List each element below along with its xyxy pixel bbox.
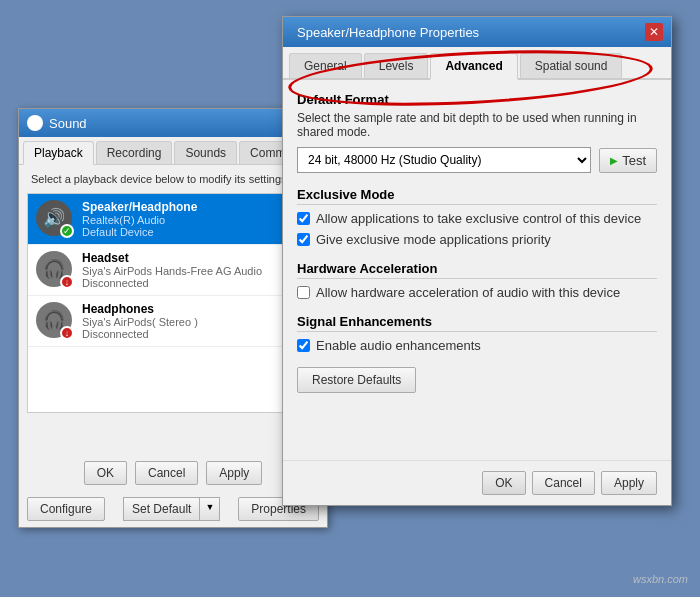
device-info-headphones: Headphones Siya's AirPods( Stereo ) Disc… — [82, 302, 198, 340]
status-badge-disconnected-headset: ↓ — [60, 275, 74, 289]
allow-exclusive-row: Allow applications to take exclusive con… — [297, 211, 657, 226]
close-button[interactable]: ✕ — [645, 23, 663, 41]
default-format-section: Default Format Select the sample rate an… — [297, 92, 657, 173]
sound-dialog-titlebar: Sound — [19, 109, 327, 137]
signal-enhancements-checkbox[interactable] — [297, 339, 310, 352]
test-label: Test — [622, 153, 646, 168]
device-info-headset: Headset Siya's AirPods Hands-Free AG Aud… — [82, 251, 262, 289]
signal-enhancements-header: Signal Enhancements — [297, 314, 657, 332]
allow-exclusive-checkbox[interactable] — [297, 212, 310, 225]
props-apply-button[interactable]: Apply — [601, 471, 657, 495]
exclusive-mode-section: Exclusive Mode Allow applications to tak… — [297, 187, 657, 247]
status-badge-ok: ✓ — [60, 224, 74, 238]
hardware-accel-header: Hardware Acceleration — [297, 261, 657, 279]
hardware-accel-label: Allow hardware acceleration of audio wit… — [316, 285, 620, 300]
props-ok-button[interactable]: OK — [482, 471, 525, 495]
device-info-speaker: Speaker/Headphone Realtek(R) Audio Defau… — [82, 200, 197, 238]
set-default-arrow[interactable]: ▼ — [199, 497, 220, 521]
device-icon-wrap-speaker: 🔊 ✓ — [36, 200, 74, 238]
sound-ok-button[interactable]: OK — [84, 461, 127, 485]
restore-defaults-button[interactable]: Restore Defaults — [297, 367, 416, 393]
play-icon: ▶ — [610, 155, 618, 166]
props-body: Default Format Select the sample rate an… — [283, 80, 671, 405]
test-button[interactable]: ▶ Test — [599, 148, 657, 173]
watermark: wsxbn.com — [633, 573, 688, 585]
sound-bottom-bar: Configure Set Default ▼ Properties — [19, 491, 327, 527]
hint-text: Select a playback device below to modify… — [23, 171, 323, 189]
default-format-title: Default Format — [297, 92, 657, 107]
device-name-speaker: Speaker/Headphone — [82, 200, 197, 214]
allow-exclusive-label: Allow applications to take exclusive con… — [316, 211, 641, 226]
sound-icon — [27, 115, 43, 131]
props-tab-general[interactable]: General — [289, 53, 362, 78]
props-tabs: General Levels Advanced Spatial sound — [283, 47, 671, 80]
default-format-desc: Select the sample rate and bit depth to … — [297, 111, 657, 139]
give-priority-row: Give exclusive mode applications priorit… — [297, 232, 657, 247]
tab-recording[interactable]: Recording — [96, 141, 173, 164]
configure-button[interactable]: Configure — [27, 497, 105, 521]
status-badge-disconnected-headphones: ↓ — [60, 326, 74, 340]
tab-sounds[interactable]: Sounds — [174, 141, 237, 164]
hardware-accel-section: Hardware Acceleration Allow hardware acc… — [297, 261, 657, 300]
device-sub2-headset: Disconnected — [82, 277, 262, 289]
props-dialog-title: Speaker/Headphone Properties — [297, 25, 479, 40]
device-name-headset: Headset — [82, 251, 262, 265]
sound-tabs: Playback Recording Sounds Communications — [19, 137, 327, 165]
device-item-speaker[interactable]: 🔊 ✓ Speaker/Headphone Realtek(R) Audio D… — [28, 194, 318, 245]
props-dialog-titlebar: Speaker/Headphone Properties ✕ — [283, 17, 671, 47]
props-tab-advanced[interactable]: Advanced — [430, 53, 517, 80]
device-item-headset[interactable]: 🎧 ↓ Headset Siya's AirPods Hands-Free AG… — [28, 245, 318, 296]
give-priority-checkbox[interactable] — [297, 233, 310, 246]
signal-enhancements-label: Enable audio enhancements — [316, 338, 481, 353]
set-default-button[interactable]: Set Default — [123, 497, 199, 521]
sound-cancel-button[interactable]: Cancel — [135, 461, 198, 485]
props-tab-levels[interactable]: Levels — [364, 53, 429, 78]
device-item-headphones[interactable]: 🎧 ↓ Headphones Siya's AirPods( Stereo ) … — [28, 296, 318, 347]
props-footer: OK Cancel Apply — [283, 460, 671, 505]
set-default-group: Set Default ▼ — [123, 497, 220, 521]
hardware-accel-row: Allow hardware acceleration of audio wit… — [297, 285, 657, 300]
hardware-accel-checkbox[interactable] — [297, 286, 310, 299]
signal-enhancements-section: Signal Enhancements Enable audio enhance… — [297, 314, 657, 353]
device-sub2-speaker: Default Device — [82, 226, 197, 238]
format-select[interactable]: 24 bit, 48000 Hz (Studio Quality) — [297, 147, 591, 173]
tab-playback[interactable]: Playback — [23, 141, 94, 165]
device-sub1-headphones: Siya's AirPods( Stereo ) — [82, 316, 198, 328]
sound-apply-button[interactable]: Apply — [206, 461, 262, 485]
sound-dialog-title: Sound — [49, 116, 87, 131]
sound-ok-cancel-apply: OK Cancel Apply — [19, 461, 327, 485]
exclusive-mode-header: Exclusive Mode — [297, 187, 657, 205]
format-row: 24 bit, 48000 Hz (Studio Quality) ▶ Test — [297, 147, 657, 173]
device-sub2-headphones: Disconnected — [82, 328, 198, 340]
sound-content: Select a playback device below to modify… — [19, 165, 327, 423]
props-cancel-button[interactable]: Cancel — [532, 471, 595, 495]
device-sub1-headset: Siya's AirPods Hands-Free AG Audio — [82, 265, 262, 277]
signal-enhancements-row: Enable audio enhancements — [297, 338, 657, 353]
give-priority-label: Give exclusive mode applications priorit… — [316, 232, 551, 247]
device-sub1-speaker: Realtek(R) Audio — [82, 214, 197, 226]
device-icon-wrap-headset: 🎧 ↓ — [36, 251, 74, 289]
sound-bottom-left: Configure — [27, 497, 105, 521]
props-tab-spatial-sound[interactable]: Spatial sound — [520, 53, 623, 78]
device-list[interactable]: 🔊 ✓ Speaker/Headphone Realtek(R) Audio D… — [27, 193, 319, 413]
device-icon-wrap-headphones: 🎧 ↓ — [36, 302, 74, 340]
props-dialog: Speaker/Headphone Properties ✕ General L… — [282, 16, 672, 506]
device-name-headphones: Headphones — [82, 302, 198, 316]
